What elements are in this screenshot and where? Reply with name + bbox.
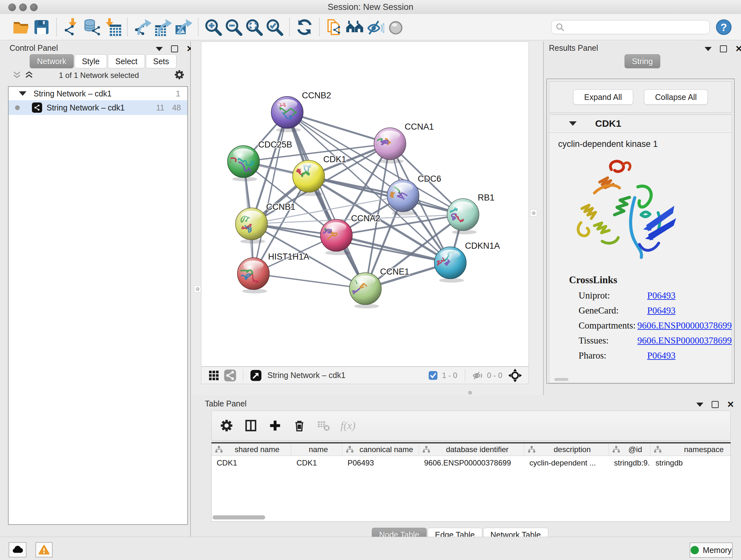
hidden-node-edge-counts: 0 - 0 [487,371,502,380]
network-options-gear-icon[interactable] [174,69,185,80]
create-column-icon[interactable] [268,418,282,433]
close-table-icon[interactable]: ✕ [727,401,734,408]
collapse-table-icon[interactable] [696,402,703,407]
selected-checkbox-icon[interactable] [428,370,438,381]
table-panel: Table Panel ✕ f(x) shared namenamecanoni… [191,395,741,537]
right-splitter-handle[interactable] [530,209,537,216]
hide-selected-nodes-icon[interactable] [365,17,386,37]
birdseye-crosshair-icon[interactable] [508,368,522,382]
zoom-selected-icon[interactable] [264,17,285,37]
horizontal-splitter-handle[interactable] [468,391,472,395]
tab-network[interactable]: Network [30,54,74,68]
crosslink-link[interactable]: P06493 [647,350,676,361]
export-image-icon[interactable] [173,17,193,37]
collapse-all-networks-icon[interactable] [12,70,22,80]
column-virtual-icon [612,445,620,454]
network-canvas[interactable]: CCNB2CCNA1CDC25BCDK1CDC6RB1CCNB1CCNA2CDK… [201,42,529,367]
float-table-icon[interactable] [712,401,719,408]
table-hscroll-thumb[interactable] [212,515,265,519]
cell-id[interactable]: stringdb:9... [609,458,650,468]
cloud-icon[interactable] [9,542,26,557]
crosslink-link[interactable]: P06493 [647,290,676,301]
toolbar-separator [198,18,199,36]
search-input[interactable] [565,22,700,32]
column-virtual-icon [528,445,536,454]
search-box[interactable] [551,20,710,34]
column-virtual-icon [215,445,223,454]
collapse-panel-icon[interactable] [156,47,163,51]
crosslink-link[interactable]: 9606.ENSP00000378699 [637,335,732,346]
control-panel: Control Panel ✕ NetworkStyleSelectSets 1… [0,42,191,537]
import-network-from-database-icon[interactable] [82,17,102,37]
tab-style[interactable]: Style [75,54,107,68]
float-panel-icon[interactable] [171,45,178,52]
first-neighbors-icon[interactable] [345,17,365,37]
memory-label: Memory [703,546,731,555]
memory-button[interactable]: Memory [690,543,733,558]
cell-canonicalname[interactable]: P06493 [342,458,419,468]
column-header-name[interactable]: name [291,443,342,455]
tab-sets[interactable]: Sets [146,54,177,68]
zoom-in-icon[interactable] [203,17,223,37]
network-selection-status: 1 of 1 Network selected [35,71,163,80]
column-header-databaseidentifier[interactable]: database identifier [419,443,524,455]
expand-all-networks-icon[interactable] [24,70,34,80]
left-splitter-handle[interactable] [194,286,201,293]
float-results-icon[interactable] [720,45,727,52]
hidden-eye-icon[interactable] [472,370,483,381]
cytoscape-window: Session: New Session ? Control Panel ✕ N… [0,0,741,560]
node-HIST1H1A [238,258,269,290]
gene-expander-icon[interactable] [569,121,577,126]
network-current-indicator [15,105,20,110]
cell-sharedname[interactable]: CDK1 [212,458,291,468]
node-table[interactable]: shared namenamecanonical namedatabase id… [211,442,731,522]
export-table-icon[interactable] [152,17,173,37]
collapse-results-icon[interactable] [704,47,712,51]
toolbar-separator [127,18,128,36]
refresh-view-icon[interactable] [294,17,315,37]
table-panel-title: Table Panel [205,399,247,408]
column-header-namespace[interactable]: namespace [650,443,731,455]
warning-icon[interactable] [36,542,53,557]
tab-select[interactable]: Select [108,54,145,68]
column-header-canonicalname[interactable]: canonical name [342,443,419,455]
export-network-icon[interactable] [132,17,152,37]
import-network-icon[interactable] [61,17,82,37]
table-row[interactable]: CDK1CDK1P064939606.ENSP00000378699cyclin… [212,456,731,470]
crosslink-link[interactable]: 9606.ENSP00000378699 [637,320,732,331]
collection-expander-icon[interactable] [19,91,26,96]
column-header-id[interactable]: @id [609,443,650,455]
grid-view-icon[interactable] [208,369,220,381]
window-title: Session: New Session [0,0,741,14]
tab-string[interactable]: String [624,54,660,68]
import-table-icon[interactable] [102,17,123,37]
zoom-fit-content-icon[interactable] [244,17,264,37]
node-label-CDC25B: CDC25B [258,140,292,149]
memory-status-dot [690,546,699,554]
help-icon[interactable]: ? [716,19,732,36]
function-builder-icon: f(x) [340,420,355,432]
collapse-all-button[interactable]: Collapse All [644,89,708,105]
network-collection-row[interactable]: String Network – cdk1 1 [9,87,187,100]
string-view-icon[interactable] [224,369,237,382]
crosslink-link[interactable]: P06493 [647,305,676,316]
open-session-icon[interactable] [11,17,31,37]
cell-description[interactable]: cyclin-dependent ... [524,458,609,468]
column-header-sharedname[interactable]: shared name [212,443,291,455]
results-hscroll-thumb[interactable] [554,378,568,381]
open-in-new-window-icon[interactable] [250,369,262,382]
expand-all-button[interactable]: Expand All [573,89,633,105]
new-network-from-selection-icon[interactable] [324,17,345,37]
close-results-icon[interactable]: ✕ [735,46,741,52]
show-all-nodes-icon[interactable] [386,17,406,37]
save-session-icon[interactable] [31,17,52,37]
delete-columns-icon[interactable] [292,418,307,433]
network-row[interactable]: String Network – cdk1 11 48 [9,100,187,115]
column-settings-gear-icon[interactable] [219,418,234,433]
zoom-out-icon[interactable] [223,17,244,37]
column-header-description[interactable]: description [524,443,609,455]
cell-name[interactable]: CDK1 [291,458,342,468]
show-columns-icon[interactable] [244,418,258,433]
cell-namespace[interactable]: stringdb [650,458,731,468]
cell-databaseidentifier[interactable]: 9606.ENSP00000378699 [419,458,524,468]
